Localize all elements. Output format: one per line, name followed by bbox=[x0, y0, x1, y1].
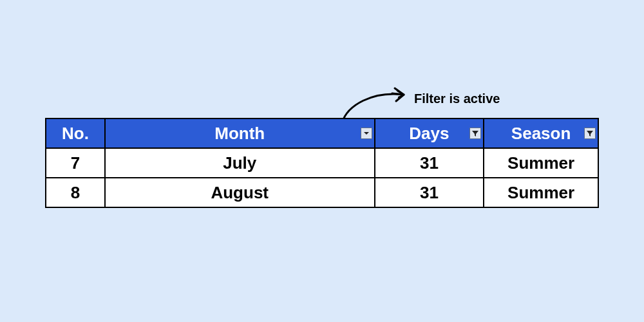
header-season-label: Season bbox=[511, 124, 571, 143]
cell-month[interactable]: August bbox=[105, 178, 375, 207]
header-season[interactable]: Season bbox=[484, 118, 598, 148]
cell-days[interactable]: 31 bbox=[375, 148, 484, 178]
filter-active-icon[interactable] bbox=[469, 128, 481, 139]
header-no[interactable]: No. bbox=[46, 118, 105, 148]
table-row: 7 July 31 Summer bbox=[46, 148, 598, 178]
cell-no[interactable]: 8 bbox=[46, 178, 105, 207]
cell-days[interactable]: 31 bbox=[375, 178, 484, 207]
filter-dropdown-icon[interactable] bbox=[361, 128, 372, 139]
months-table: No. Month Days Season bbox=[45, 118, 599, 208]
data-table-container: No. Month Days Season bbox=[45, 118, 599, 208]
header-month-label: Month bbox=[214, 124, 265, 143]
filter-active-icon[interactable] bbox=[584, 128, 596, 139]
table-header-row: No. Month Days Season bbox=[46, 118, 598, 148]
annotation-label: Filter is active bbox=[414, 91, 500, 106]
cell-season[interactable]: Summer bbox=[484, 148, 598, 178]
header-no-label: No. bbox=[62, 124, 89, 143]
header-month[interactable]: Month bbox=[105, 118, 375, 148]
cell-no[interactable]: 7 bbox=[46, 148, 105, 178]
table-row: 8 August 31 Summer bbox=[46, 178, 598, 207]
cell-season[interactable]: Summer bbox=[484, 178, 598, 207]
header-days-label: Days bbox=[409, 124, 449, 143]
header-days[interactable]: Days bbox=[375, 118, 484, 148]
cell-month[interactable]: July bbox=[105, 148, 375, 178]
